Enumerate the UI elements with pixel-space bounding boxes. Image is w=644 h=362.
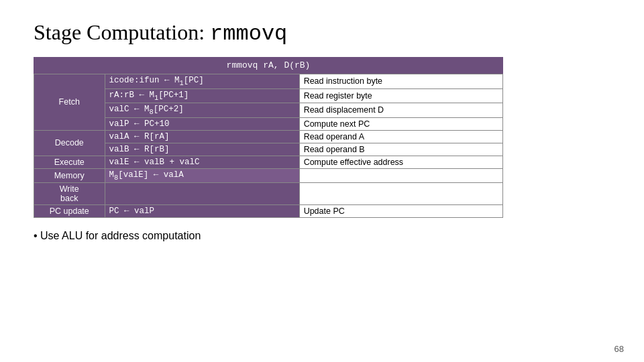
table-row: valP ← PC+10 Compute next PC	[34, 117, 503, 130]
fetch-desc-2: Read register byte	[299, 88, 502, 103]
memory-op-1: M8[valE] ← valA	[105, 168, 299, 183]
stage-label-decode: Decode	[34, 130, 105, 156]
table-row: Memory M8[valE] ← valA	[34, 168, 503, 183]
fetch-op-3: valC ← M8[PC+2]	[105, 103, 299, 118]
bullet-section: • Use ALU for address computation	[34, 230, 610, 242]
writeback-desc-1	[299, 183, 502, 205]
stage-label-writeback: Write back	[34, 183, 105, 205]
table-row: valC ← M8[PC+2] Read displacement D	[34, 103, 503, 118]
fetch-op-4: valP ← PC+10	[105, 117, 299, 130]
fetch-desc-4: Compute next PC	[299, 117, 502, 130]
execute-desc-1: Compute effective address	[299, 156, 502, 168]
table-row: Execute valE ← valB + valC Compute effec…	[34, 156, 503, 168]
fetch-op-2: rA:rB ← M1[PC+1]	[105, 88, 299, 103]
decode-op-1: valA ← R[rA]	[105, 130, 299, 143]
memory-desc-1	[299, 168, 502, 183]
page-number: 68	[614, 344, 624, 354]
writeback-op-1	[105, 183, 299, 205]
table-row: Write back	[34, 183, 503, 205]
page-title: Stage Computation: rmmovq	[34, 20, 610, 46]
instruction-header: rmmovq rA, D(rB)	[34, 57, 503, 74]
table-row: Fetch icode:ifun ← M1[PC] Read instructi…	[34, 74, 503, 89]
stage-label-pcupdate: PC update	[34, 205, 105, 218]
decode-op-2: valB ← R[rB]	[105, 143, 299, 156]
table-row: valB ← R[rB] Read operand B	[34, 143, 503, 156]
stage-label-memory: Memory	[34, 168, 105, 183]
fetch-op-1: icode:ifun ← M1[PC]	[105, 74, 299, 89]
table-row: rA:rB ← M1[PC+1] Read register byte	[34, 88, 503, 103]
execute-op-1: valE ← valB + valC	[105, 156, 299, 168]
stage-label-execute: Execute	[34, 156, 105, 168]
bullet-text: Use ALU for address computation	[40, 230, 201, 241]
decode-desc-2: Read operand B	[299, 143, 502, 156]
table-row: Decode valA ← R[rA] Read operand A	[34, 130, 503, 143]
stage-table-wrapper: rmmovq rA, D(rB) Fetch icode:ifun ← M1[P…	[34, 57, 503, 218]
stage-label-fetch: Fetch	[34, 74, 105, 131]
pcupdate-op-1: PC ← valP	[105, 205, 299, 218]
stage-table: Fetch icode:ifun ← M1[PC] Read instructi…	[34, 74, 503, 218]
pcupdate-desc-1: Update PC	[299, 205, 502, 218]
table-row: PC update PC ← valP Update PC	[34, 205, 503, 218]
fetch-desc-3: Read displacement D	[299, 103, 502, 118]
decode-desc-1: Read operand A	[299, 130, 502, 143]
fetch-desc-1: Read instruction byte	[299, 74, 502, 89]
